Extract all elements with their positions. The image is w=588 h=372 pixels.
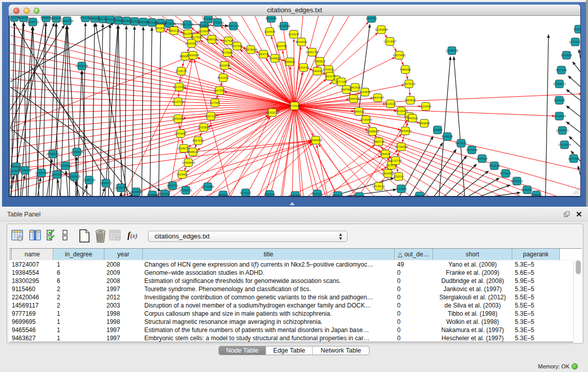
svg-text:9242845: 9242845 (219, 64, 230, 67)
svg-text:1162615: 1162615 (298, 66, 309, 69)
svg-text:10975887: 10975887 (59, 164, 72, 167)
svg-text:12942737: 12942737 (35, 171, 48, 174)
svg-text:17364501: 17364501 (180, 189, 192, 192)
svg-text:20053346: 20053346 (76, 64, 89, 68)
svg-text:19524851: 19524851 (382, 172, 395, 175)
svg-text:1132547: 1132547 (288, 33, 299, 36)
svg-text:8031414: 8031414 (217, 76, 229, 79)
svg-text:16648784: 16648784 (446, 49, 459, 52)
svg-text:1267533: 1267533 (568, 157, 579, 160)
svg-text:7663822: 7663822 (155, 27, 166, 30)
svg-text:9660123: 9660123 (168, 29, 180, 32)
svg-text:9150663: 9150663 (138, 20, 149, 24)
svg-text:6479197: 6479197 (455, 142, 467, 145)
svg-text:16107552: 16107552 (172, 100, 185, 103)
svg-text:20364436: 20364436 (347, 97, 360, 100)
svg-text:1225439: 1225439 (264, 30, 275, 33)
svg-text:19654923: 19654923 (399, 129, 412, 133)
svg-text:9150551: 9150551 (147, 193, 158, 196)
svg-text:6734023: 6734023 (323, 68, 334, 71)
svg-text:3267110: 3267110 (205, 115, 216, 118)
svg-text:7588520: 7588520 (284, 60, 295, 63)
svg-text:8454749: 8454749 (258, 53, 269, 56)
svg-text:8498222: 8498222 (187, 150, 199, 154)
svg-text:1253975: 1253975 (51, 17, 62, 20)
svg-text:1916682: 1916682 (175, 132, 186, 135)
svg-text:9327546: 9327546 (223, 39, 234, 42)
svg-text:8127509: 8127509 (191, 36, 202, 39)
svg-text:9593201: 9593201 (89, 17, 100, 20)
svg-text:1713426: 1713426 (396, 187, 407, 190)
svg-text:15723041: 15723041 (211, 21, 224, 24)
svg-text:8471676: 8471676 (500, 172, 511, 175)
svg-text:16120746: 16120746 (389, 159, 402, 162)
svg-text:10807487: 10807487 (372, 96, 384, 99)
svg-text:20206570: 20206570 (47, 152, 59, 156)
svg-text:10671355: 10671355 (181, 23, 194, 26)
svg-text:14218586: 14218586 (278, 25, 291, 28)
svg-text:10958117: 10958117 (100, 182, 112, 185)
svg-text:12409948: 12409948 (182, 161, 195, 164)
svg-text:23420046: 23420046 (187, 54, 200, 57)
svg-text:9457771: 9457771 (167, 184, 178, 187)
svg-text:26676068: 26676068 (245, 48, 257, 51)
svg-text:3624554: 3624554 (359, 91, 371, 94)
svg-text:9146821: 9146821 (269, 57, 280, 60)
svg-text:9245011: 9245011 (217, 193, 228, 196)
svg-text:12213369: 12213369 (173, 85, 186, 89)
svg-text:7632621: 7632621 (489, 164, 500, 167)
svg-text:9154796: 9154796 (276, 45, 287, 48)
svg-text:6640112: 6640112 (407, 117, 418, 120)
svg-text:9108380: 9108380 (18, 16, 29, 19)
svg-text:7986322: 7986322 (353, 110, 364, 113)
svg-text:5857834: 5857834 (192, 139, 204, 142)
svg-text:9634508: 9634508 (40, 16, 52, 19)
svg-text:7515526: 7515526 (199, 24, 210, 27)
svg-text:10654112: 10654112 (511, 180, 523, 183)
svg-text:9384067: 9384067 (380, 152, 391, 156)
svg-text:9474444: 9474444 (466, 148, 477, 151)
svg-text:8813054: 8813054 (266, 17, 277, 20)
svg-text:9327508: 9327508 (231, 45, 243, 48)
svg-text:20691406: 20691406 (61, 19, 74, 23)
svg-text:9227342: 9227342 (556, 69, 567, 72)
svg-text:9777169: 9777169 (336, 80, 347, 83)
svg-text:23226058: 23226058 (198, 30, 211, 33)
svg-text:1292344: 1292344 (264, 193, 275, 196)
svg-text:8304811: 8304811 (121, 19, 132, 23)
svg-text:12353594: 12353594 (198, 126, 210, 129)
svg-text:10654982: 10654982 (172, 117, 185, 120)
svg-text:1145193: 1145193 (51, 173, 62, 176)
svg-text:17957225: 17957225 (83, 179, 96, 182)
svg-text:11156829: 11156829 (19, 169, 31, 172)
svg-text:10025438: 10025438 (395, 110, 408, 113)
svg-text:9750112: 9750112 (531, 193, 541, 196)
svg-text:1112840: 1112840 (574, 28, 580, 31)
svg-text:16782759: 16782759 (115, 186, 127, 189)
svg-text:7485063: 7485063 (400, 68, 411, 71)
svg-text:1990443: 1990443 (312, 70, 323, 73)
svg-text:15692971: 15692971 (556, 129, 569, 132)
svg-text:5938928: 5938928 (442, 135, 453, 138)
svg-text:6216021: 6216021 (385, 102, 396, 105)
svg-text:15716485: 15716485 (202, 185, 214, 188)
svg-text:15720407: 15720407 (360, 118, 373, 121)
svg-text:18724007: 18724007 (288, 104, 301, 107)
svg-text:12923446: 12923446 (130, 190, 143, 193)
svg-text:14136141: 14136141 (373, 185, 385, 188)
svg-text:7955812: 7955812 (314, 60, 325, 63)
svg-text:10756928: 10756928 (395, 145, 408, 148)
svg-text:17016504: 17016504 (558, 143, 571, 146)
svg-text:17359936: 17359936 (71, 150, 83, 154)
svg-text:25302273: 25302273 (266, 111, 279, 114)
svg-text:9245652: 9245652 (521, 188, 533, 191)
svg-text:8640910: 8640910 (296, 40, 307, 43)
svg-text:9234112: 9234112 (240, 191, 251, 194)
svg-text:9245011: 9245011 (414, 194, 425, 196)
svg-text:9115460: 9115460 (420, 105, 431, 108)
svg-text:8520101: 8520101 (159, 192, 170, 195)
svg-text:7357224: 7357224 (228, 25, 239, 28)
svg-text:1292346: 1292346 (290, 194, 301, 196)
svg-text:9329906: 9329906 (561, 54, 572, 57)
svg-text:8675685: 8675685 (222, 51, 233, 54)
